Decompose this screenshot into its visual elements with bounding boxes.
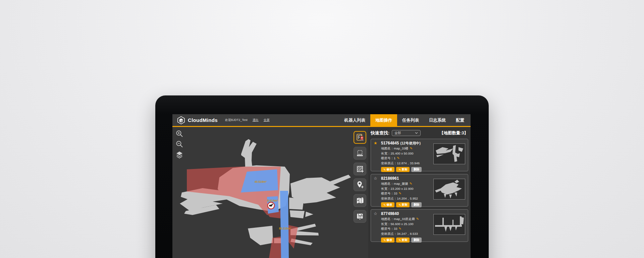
- map-toolbar: [352, 127, 368, 258]
- floor-plan: 40.519m² 8.614m² 80.215m²: [172, 127, 352, 258]
- edit-name-icon[interactable]: ✎: [410, 146, 413, 150]
- tool-patrol-task-map[interactable]: [354, 131, 366, 144]
- delete-button[interactable]: 删除: [411, 202, 422, 207]
- favorite-star-icon[interactable]: ☆: [374, 176, 381, 181]
- edit-floor-icon[interactable]: ✎: [399, 191, 401, 195]
- delete-button[interactable]: 删除: [411, 238, 422, 243]
- map-id: 51764845: [381, 141, 399, 145]
- menu-item-robot-list[interactable]: 机器人列表: [339, 114, 371, 126]
- logout-link[interactable]: 退出: [253, 118, 259, 122]
- cloudminds-logo-icon: [177, 116, 185, 125]
- copy-button[interactable]: ✎复制: [396, 238, 410, 243]
- menu-item-task-list[interactable]: 任务列表: [397, 114, 424, 126]
- area-label-2: 8.614m²: [267, 199, 278, 202]
- map-marker-icon: [356, 196, 364, 205]
- modify-button[interactable]: ✎修改: [381, 202, 394, 207]
- map-id: 87749840: [381, 211, 399, 216]
- chevron-down-icon: [415, 132, 418, 134]
- delete-button[interactable]: 删除: [411, 167, 422, 172]
- robot-marker: [268, 202, 274, 209]
- menu-item-log-system[interactable]: 日志系统: [424, 114, 451, 126]
- map-id: 82186961: [381, 176, 399, 181]
- edit-icon: ✎: [383, 239, 386, 242]
- app-screen: CloudMinds 欢迎BJDT2_Test 退出 全屏 机器人列表 地图操作…: [172, 114, 471, 258]
- filter-dropdown[interactable]: 全部: [392, 130, 421, 136]
- fullscreen-link[interactable]: 全屏: [264, 118, 270, 122]
- zoom-in-icon[interactable]: [175, 130, 183, 138]
- tool-measure-area[interactable]: [354, 147, 366, 160]
- map-card: ☆ 82186961 地图名：map_腿腿✎ 长宽：23.200 x 22.90…: [371, 174, 468, 207]
- main-content: 40.519m² 8.614m² 80.215m²: [172, 127, 471, 258]
- map-card: ★ 51764845 (12号使用中) 地图名：map_33楼✎ 长宽：25.4…: [371, 139, 468, 171]
- quick-search-label: 快速查找:: [371, 130, 389, 136]
- map-thumbnail: [433, 143, 465, 164]
- edit-icon: ✎: [383, 168, 386, 171]
- zoom-out-icon[interactable]: [175, 140, 183, 148]
- modify-button[interactable]: ✎修改: [381, 238, 394, 243]
- map-thumbnail: [433, 214, 465, 235]
- tool-map-marker[interactable]: [354, 194, 366, 207]
- tool-add-point[interactable]: [354, 178, 366, 191]
- copy-button[interactable]: ✎复制: [396, 202, 410, 207]
- map-thumbnail: [433, 179, 465, 200]
- modify-button[interactable]: ✎修改: [381, 167, 394, 172]
- map-list-panel: 快速查找: 全部 【地图数量:3】 ★ 51764845 (12号使用中) 地图…: [368, 127, 471, 258]
- edit-floor-icon[interactable]: ✎: [399, 227, 401, 230]
- map-controls: [175, 130, 183, 159]
- edit-icon: ✎: [398, 203, 401, 207]
- edit-icon: ✎: [398, 168, 401, 171]
- measure-area-icon: [356, 149, 364, 158]
- area-label-3: 80.215m²: [279, 227, 291, 230]
- map-card: ☆ 87749840 地图名：map_33层走廊✎ 长宽：56.600 x 25…: [371, 209, 468, 242]
- map-canvas[interactable]: 40.519m² 8.614m² 80.215m²: [172, 127, 352, 258]
- edit-icon: ✎: [383, 203, 386, 207]
- welcome-text: 欢迎BJDT2_Test: [225, 118, 248, 122]
- top-navbar: CloudMinds 欢迎BJDT2_Test 退出 全屏 机器人列表 地图操作…: [172, 114, 471, 127]
- brand: CloudMinds: [177, 116, 218, 125]
- favorite-star-icon[interactable]: ★: [374, 141, 381, 145]
- brand-name: CloudMinds: [188, 117, 218, 123]
- patrol-task-map-icon: [356, 133, 364, 142]
- upload-map-icon: [356, 212, 364, 221]
- area-label-1: 40.519m²: [255, 180, 267, 183]
- tool-add-hatched-zone[interactable]: [354, 163, 366, 175]
- map-count-text: 【地图数量:3】: [439, 130, 468, 136]
- edit-icon: ✎: [398, 239, 401, 242]
- copy-button[interactable]: ✎复制: [396, 167, 410, 172]
- edit-name-icon[interactable]: ✎: [410, 182, 412, 185]
- menu-item-map-operations[interactable]: 地图操作: [370, 114, 397, 126]
- main-menu: 机器人列表 地图操作 任务列表 日志系统 配置: [339, 114, 470, 126]
- edit-floor-icon[interactable]: ✎: [397, 156, 399, 160]
- layers-icon[interactable]: [175, 150, 183, 159]
- edit-name-icon[interactable]: ✎: [416, 217, 419, 221]
- menu-item-config[interactable]: 配置: [451, 114, 469, 126]
- favorite-star-icon[interactable]: ☆: [374, 211, 381, 216]
- map-in-use-badge: (12号使用中): [400, 141, 421, 146]
- tool-upload-map[interactable]: [354, 210, 366, 223]
- panel-header: 快速查找: 全部 【地图数量:3】: [371, 129, 468, 137]
- add-zone-icon: [356, 165, 364, 173]
- add-point-icon: [356, 180, 364, 189]
- filter-dropdown-value: 全部: [394, 131, 401, 135]
